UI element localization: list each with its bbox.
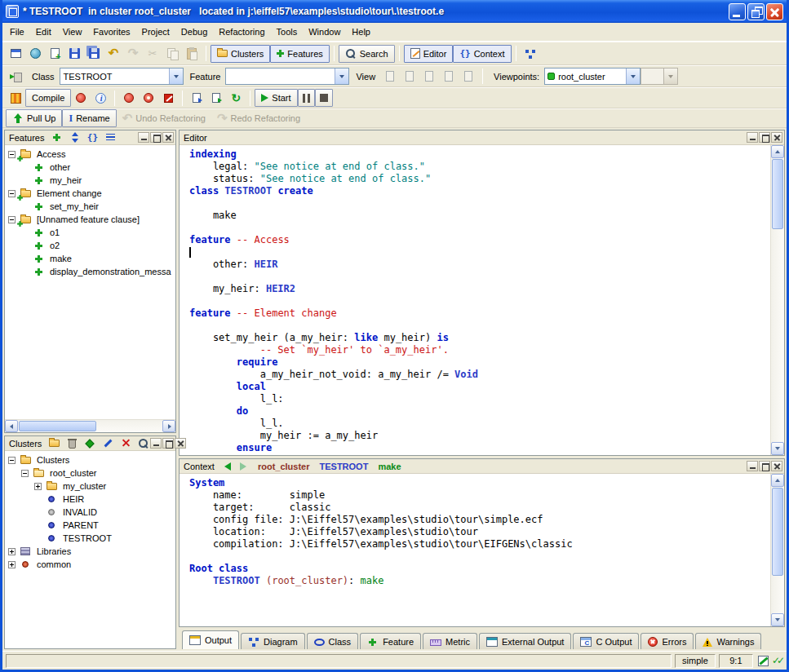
context-maximize-icon[interactable] — [759, 461, 770, 471]
editor-maximize-icon[interactable] — [759, 132, 770, 143]
tree-item-libraries[interactable]: Libraries — [5, 545, 175, 558]
sync-check-icon[interactable] — [772, 655, 782, 666]
menu-debug[interactable]: Debug — [175, 24, 213, 40]
minus-expander-icon[interactable] — [8, 190, 16, 197]
pull-up-button[interactable]: Pull Up — [6, 109, 62, 127]
tab-warnings[interactable]: Warnings — [695, 633, 761, 649]
step-into-button[interactable] — [187, 89, 206, 108]
tab-output[interactable]: Output — [182, 630, 239, 649]
new-window-button[interactable] — [6, 44, 25, 63]
secondary-viewpoint-combo[interactable] — [641, 68, 678, 85]
breakpoints-button[interactable] — [139, 89, 158, 108]
viewpoints-combo-dropdown-icon[interactable] — [626, 69, 640, 84]
plus-expander-icon[interactable] — [34, 483, 42, 490]
tree-item-heir[interactable]: HEIR — [5, 493, 175, 506]
clusters-maximize-icon[interactable] — [162, 438, 174, 449]
redo-refactoring-button[interactable]: Redo Refactoring — [211, 111, 306, 126]
sort-features-icon[interactable] — [68, 131, 81, 144]
editable-state-icon[interactable] — [758, 656, 769, 666]
editor-close-icon[interactable] — [771, 132, 782, 143]
context-crumb-make[interactable]: make — [378, 462, 401, 471]
features-toggle-button[interactable]: Features — [270, 45, 329, 63]
scroll-right-icon[interactable] — [162, 420, 175, 432]
features-close-icon[interactable] — [162, 132, 174, 143]
search-button[interactable]: Search — [339, 45, 395, 63]
tree-item-my-cluster[interactable]: my_cluster — [5, 480, 175, 493]
add-feature-icon[interactable] — [50, 131, 63, 144]
flat-list-icon[interactable] — [104, 131, 117, 144]
view-contract-button[interactable] — [439, 67, 459, 86]
plus-expander-icon[interactable] — [8, 548, 16, 555]
start-button[interactable]: Start — [255, 89, 297, 107]
minimize-button[interactable] — [729, 3, 746, 20]
minus-expander-icon[interactable] — [8, 457, 16, 464]
menu-edit[interactable]: Edit — [30, 24, 57, 40]
context-vertical-scrollbar[interactable] — [770, 474, 784, 626]
view-interface-button[interactable] — [459, 67, 478, 86]
editor-vertical-scrollbar[interactable] — [770, 145, 784, 455]
clusters-close-icon[interactable] — [175, 438, 186, 449]
plus-expander-icon[interactable] — [8, 561, 16, 568]
editor-toggle-button[interactable]: Editor — [404, 45, 454, 63]
paste-button[interactable] — [182, 44, 202, 63]
save-all-button[interactable] — [84, 44, 104, 63]
scroll-left-icon[interactable] — [5, 420, 18, 432]
diagram-tool-button[interactable] — [521, 44, 540, 63]
tree-item-element-change[interactable]: Element change — [5, 187, 175, 200]
tree-item-invalid[interactable]: INVALID — [5, 506, 175, 519]
view-basic-text-button[interactable] — [380, 67, 400, 86]
view-clickable-button[interactable] — [400, 67, 419, 86]
tree-item-o1[interactable]: o1 — [5, 226, 175, 239]
minus-expander-icon[interactable] — [21, 470, 29, 477]
feature-combo-dropdown-icon[interactable] — [335, 69, 348, 84]
secondary-viewpoint-dropdown-icon[interactable] — [663, 69, 677, 84]
context-output[interactable]: System name: simple target: classic conf… — [180, 474, 770, 626]
minus-expander-icon[interactable] — [8, 216, 16, 223]
tree-item-my-heir[interactable]: my_heir — [5, 174, 175, 187]
class-tool-button[interactable] — [6, 67, 25, 86]
features-horizontal-scrollbar[interactable] — [5, 419, 175, 432]
class-combo-dropdown-icon[interactable] — [169, 69, 183, 84]
tree-item-common[interactable]: common — [5, 558, 175, 571]
navigate-back-icon[interactable] — [222, 461, 234, 472]
scrollbar-track[interactable] — [771, 577, 784, 613]
cut-button[interactable] — [143, 44, 162, 63]
tree-item-clusters[interactable]: Clusters — [5, 453, 175, 466]
open-file-button[interactable] — [25, 44, 45, 63]
menu-window[interactable]: Window — [303, 24, 346, 40]
context-minimize-icon[interactable] — [747, 461, 758, 471]
features-maximize-icon[interactable] — [150, 132, 162, 143]
tree-item-testroot[interactable]: TESTROOT — [5, 532, 175, 545]
undo-refactoring-button[interactable]: Undo Refactoring — [117, 111, 211, 126]
tree-item-o2[interactable]: o2 — [5, 239, 175, 252]
scroll-up-icon[interactable] — [771, 145, 784, 158]
restore-button[interactable] — [747, 3, 765, 20]
editor-code[interactable]: indexing legal: "See notice at end of cl… — [180, 145, 770, 455]
tab-diagram[interactable]: Diagram — [241, 633, 305, 649]
tree-item-unnamed-feature-clause[interactable]: [Unnamed feature clause] — [5, 213, 175, 226]
undo-button[interactable] — [104, 44, 123, 63]
tree-item-parent[interactable]: PARENT — [5, 519, 175, 532]
menu-file[interactable]: File — [4, 24, 30, 40]
context-crumb-root_cluster[interactable]: root_cluster — [258, 462, 310, 471]
menu-tools[interactable]: Tools — [271, 24, 304, 40]
tree-item-make[interactable]: make — [5, 252, 175, 265]
scroll-down-icon[interactable] — [771, 442, 784, 455]
step-over-button[interactable] — [206, 89, 226, 108]
context-crumb-testroot[interactable]: TESTROOT — [320, 462, 369, 471]
context-close-icon[interactable] — [771, 461, 782, 471]
remove-x-icon[interactable] — [119, 437, 132, 449]
features-minimize-icon[interactable] — [138, 132, 149, 143]
edit-breakpoints-button[interactable] — [158, 89, 178, 108]
class-diamond-icon[interactable] — [83, 437, 96, 449]
minus-expander-icon[interactable] — [8, 151, 16, 158]
refresh-button[interactable] — [226, 89, 246, 108]
melt-button[interactable] — [6, 89, 25, 108]
signature-toggle-icon[interactable] — [86, 131, 99, 144]
tab-errors[interactable]: Errors — [641, 633, 694, 649]
tab-c-output[interactable]: C Output — [573, 633, 639, 649]
save-button[interactable] — [64, 44, 84, 63]
tab-class[interactable]: Class — [307, 633, 359, 649]
scroll-down-icon[interactable] — [771, 613, 784, 626]
stop-button[interactable] — [315, 89, 333, 107]
